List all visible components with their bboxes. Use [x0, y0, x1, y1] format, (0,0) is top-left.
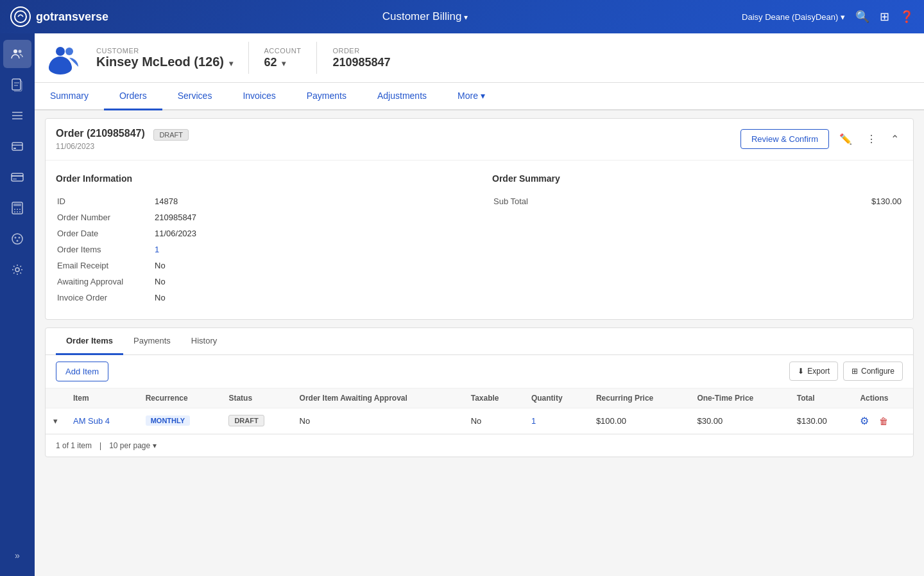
- row-status: DRAFT: [221, 408, 291, 433]
- items-tab-payments[interactable]: Payments: [123, 328, 181, 355]
- field-order-number-value: 210985847: [155, 210, 465, 225]
- item-link[interactable]: AM Sub 4: [73, 416, 110, 426]
- col-awaiting: Order Item Awaiting Approval: [292, 388, 463, 408]
- sidebar-expand-btn[interactable]: »: [3, 541, 31, 570]
- help-icon[interactable]: ❓: [900, 10, 914, 24]
- svg-rect-7: [12, 143, 22, 150]
- divider-1: [248, 42, 249, 74]
- grid-icon[interactable]: ⊞: [880, 10, 889, 24]
- collapse-button[interactable]: ⌃: [887, 130, 903, 148]
- svg-rect-9: [13, 148, 16, 149]
- tab-orders[interactable]: Orders: [104, 83, 162, 110]
- tab-services[interactable]: Services: [162, 83, 228, 110]
- tab-adjustments[interactable]: Adjustments: [362, 83, 442, 110]
- search-icon[interactable]: 🔍: [855, 10, 869, 24]
- row-total: $130.00: [789, 408, 853, 433]
- customer-dropdown-arrow: ▾: [229, 59, 233, 68]
- field-invoice-order-label: Invoice Order: [57, 290, 153, 305]
- sidebar-item-billing[interactable]: [3, 132, 31, 161]
- customer-info: CUSTOMER Kinsey McLeod (126) ▾: [96, 47, 233, 69]
- app-layout: » CUSTOMER Kinsey McLeod (126) ▾: [0, 33, 924, 576]
- tab-invoices[interactable]: Invoices: [227, 83, 291, 110]
- row-actions: ⚙ 🗑: [852, 408, 913, 433]
- sidebar-item-palette[interactable]: [3, 225, 31, 253]
- customer-name[interactable]: Kinsey McLeod (126) ▾: [96, 55, 233, 69]
- row-quantity: 1: [524, 408, 588, 433]
- field-awaiting-approval-label: Awaiting Approval: [57, 274, 153, 289]
- per-page[interactable]: 10 per page ▾: [109, 441, 157, 450]
- page-title: Customer Billing▾: [382, 10, 468, 23]
- summary-subtotal-value: $130.00: [712, 194, 902, 209]
- svg-rect-14: [13, 204, 21, 206]
- field-order-items-value: 1: [155, 242, 465, 257]
- row-item-name: AM Sub 4: [65, 408, 138, 433]
- order-items-section: Order Items Payments History Add Item ⬇ …: [45, 327, 914, 457]
- sidebar-item-documents[interactable]: [3, 71, 31, 99]
- add-item-button[interactable]: Add Item: [56, 362, 108, 381]
- tab-more[interactable]: More ▾: [442, 83, 501, 110]
- summary-subtotal: Sub Total $130.00: [493, 194, 902, 209]
- logo-icon: [10, 6, 31, 27]
- sidebar-item-calculator[interactable]: [3, 194, 31, 222]
- col-item: Item: [65, 388, 138, 408]
- items-tab-order-items[interactable]: Order Items: [56, 328, 123, 355]
- recurrence-badge: MONTHLY: [146, 415, 190, 426]
- row-expander[interactable]: ▾: [46, 408, 65, 433]
- col-expand: [46, 388, 65, 408]
- status-badge: DRAFT: [228, 415, 264, 426]
- field-order-date: Order Date 11/06/2023: [57, 226, 465, 241]
- svg-rect-10: [12, 173, 23, 181]
- row-recurrence: MONTHLY: [138, 408, 221, 433]
- svg-point-18: [14, 211, 15, 213]
- logo[interactable]: gotransverse: [10, 6, 108, 27]
- order-section: Order (210985847) DRAFT 11/06/2023 Revie…: [45, 118, 914, 320]
- table-row: ▾ AM Sub 4 MONTHLY DRAFT No No: [46, 408, 913, 433]
- more-options-button[interactable]: ⋮: [862, 130, 880, 148]
- field-email-receipt-label: Email Receipt: [57, 258, 153, 273]
- row-taxable: No: [463, 408, 524, 433]
- field-awaiting-approval: Awaiting Approval No: [57, 274, 465, 289]
- col-one-time-price: One-Time Price: [689, 388, 789, 408]
- order-items-link[interactable]: 1: [155, 245, 159, 254]
- field-id: ID 14878: [57, 194, 465, 209]
- order-summary-table: Sub Total $130.00: [492, 193, 903, 210]
- export-button[interactable]: ⬇ Export: [789, 362, 838, 381]
- review-confirm-button[interactable]: Review & Confirm: [740, 129, 829, 149]
- svg-point-25: [15, 268, 19, 272]
- order-number-header: 210985847: [332, 56, 390, 69]
- svg-point-28: [49, 62, 72, 74]
- col-total: Total: [789, 388, 853, 408]
- configure-button[interactable]: ⊞ Configure: [843, 362, 903, 381]
- items-tab-history[interactable]: History: [181, 328, 227, 355]
- sidebar-item-users[interactable]: [3, 40, 31, 68]
- user-display[interactable]: Daisy Deane (DaisyDean) ▾: [742, 12, 845, 22]
- account-dropdown-arrow: ▾: [282, 59, 286, 68]
- tab-summary[interactable]: Summary: [35, 83, 104, 110]
- field-order-date-value: 11/06/2023: [155, 226, 465, 241]
- sidebar-item-list[interactable]: [3, 101, 31, 130]
- divider-2: [316, 42, 317, 74]
- svg-point-20: [19, 211, 21, 213]
- field-order-items: Order Items 1: [57, 242, 465, 257]
- edit-button[interactable]: ✏️: [835, 130, 856, 148]
- col-status: Status: [221, 388, 291, 408]
- row-delete-icon[interactable]: 🗑: [879, 416, 888, 426]
- svg-point-26: [56, 47, 65, 56]
- quantity-link[interactable]: 1: [531, 416, 536, 426]
- order-title: Order (210985847): [56, 128, 145, 139]
- svg-point-15: [14, 209, 15, 210]
- customer-header: CUSTOMER Kinsey McLeod (126) ▾ ACCOUNT 6…: [35, 33, 924, 83]
- field-invoice-order-value: No: [155, 290, 465, 305]
- field-id-label: ID: [57, 194, 153, 209]
- sidebar-item-card[interactable]: [3, 163, 31, 191]
- per-page-arrow: ▾: [153, 441, 157, 450]
- row-gear-icon[interactable]: ⚙: [860, 415, 869, 426]
- account-value[interactable]: 62 ▾: [264, 56, 302, 69]
- sidebar-item-settings[interactable]: [3, 256, 31, 284]
- order-summary: Order Summary Sub Total $130.00: [492, 173, 903, 306]
- order-summary-title: Order Summary: [492, 173, 903, 184]
- tab-payments[interactable]: Payments: [291, 83, 362, 110]
- toolbar-right: ⬇ Export ⊞ Configure: [789, 362, 903, 381]
- field-order-number: Order Number 210985847: [57, 210, 465, 225]
- app-name: gotransverse: [36, 10, 108, 24]
